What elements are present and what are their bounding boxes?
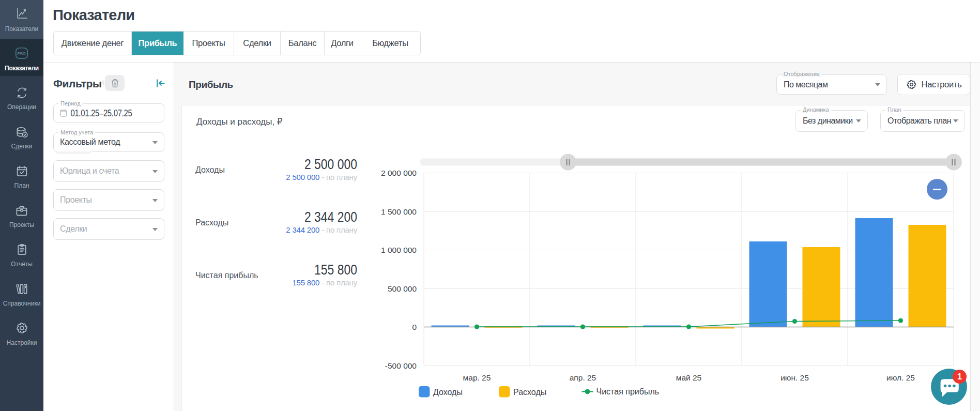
svg-text:2 000 000: 2 000 000	[381, 169, 417, 177]
svg-text:500 000: 500 000	[388, 284, 417, 293]
svg-text:PRO: PRO	[18, 52, 26, 55]
svg-text:Расходы: Расходы	[513, 388, 546, 397]
svg-text:июн. 25: июн. 25	[780, 373, 809, 382]
svg-text:1 500 000: 1 500 000	[381, 207, 417, 216]
svg-text:мар. 25: мар. 25	[463, 373, 491, 382]
svg-text:-500 000: -500 000	[385, 361, 417, 370]
svg-text:май 25: май 25	[676, 373, 701, 382]
svg-text:июл. 25: июл. 25	[886, 373, 915, 382]
svg-text:апр. 25: апр. 25	[570, 373, 596, 382]
svg-text:1 000 000: 1 000 000	[381, 246, 417, 254]
svg-text:Чистая прибыль: Чистая прибыль	[596, 387, 660, 396]
svg-text:0: 0	[412, 323, 417, 331]
svg-text:Доходы: Доходы	[433, 388, 463, 397]
